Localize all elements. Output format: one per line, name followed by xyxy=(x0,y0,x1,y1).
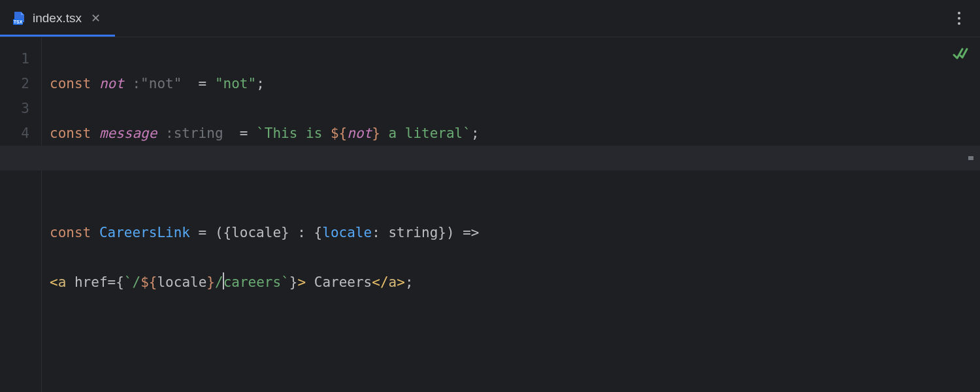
editor-window: TSX index.tsx ✕ 1 2 3 4 5 xyxy=(0,0,980,392)
code-line: const CareersLink = ({locale} : {locale:… xyxy=(50,220,980,245)
line-number: 1 xyxy=(0,46,29,71)
tsx-file-icon: TSX xyxy=(12,11,26,25)
line-number: 2 xyxy=(0,71,29,96)
code-line: const message :string = `This is ${not} … xyxy=(50,121,980,146)
svg-text:TSX: TSX xyxy=(14,20,23,24)
scrollbar-marker xyxy=(968,156,973,160)
tab-bar-actions xyxy=(950,0,980,37)
code-line: <a href={`/${locale}/careers`}> Careers<… xyxy=(50,270,980,295)
code-line: const not :"not" = "not"; xyxy=(50,71,980,96)
line-number-gutter: 1 2 3 4 5 xyxy=(0,37,42,392)
code-content[interactable]: const not :"not" = "not"; const message … xyxy=(42,37,980,392)
file-tab[interactable]: TSX index.tsx ✕ xyxy=(0,0,115,37)
inspection-ok-icon[interactable] xyxy=(953,46,968,62)
line-number: 3 xyxy=(0,96,29,121)
code-line xyxy=(50,171,980,195)
more-menu-icon[interactable] xyxy=(950,9,968,27)
tab-filename: index.tsx xyxy=(33,11,82,25)
code-editor[interactable]: 1 2 3 4 5 const not :"not" = "not"; cons… xyxy=(0,37,980,392)
close-icon[interactable]: ✕ xyxy=(88,11,103,25)
line-number: 4 xyxy=(0,121,29,146)
tab-bar: TSX index.tsx ✕ xyxy=(0,0,980,37)
